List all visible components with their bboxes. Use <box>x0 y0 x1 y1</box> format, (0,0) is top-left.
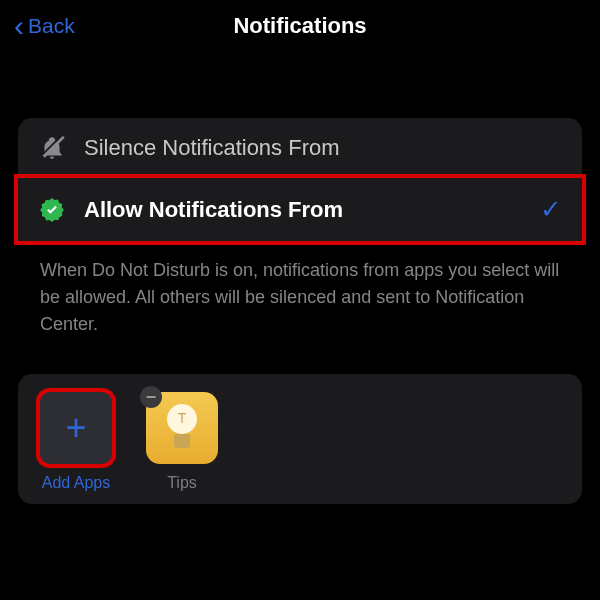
app-label-tips: Tips <box>167 474 197 492</box>
allow-label: Allow Notifications From <box>84 197 522 223</box>
add-apps-cell: + Add Apps <box>36 392 116 492</box>
lightbulb-icon: T <box>165 404 199 452</box>
add-apps-button[interactable]: + <box>36 388 116 468</box>
page-title: Notifications <box>233 13 366 39</box>
chevron-left-icon: ‹ <box>14 11 24 41</box>
navigation-header: ‹ Back Notifications <box>0 0 600 52</box>
content-area: Silence Notifications From Allow Notific… <box>0 118 600 504</box>
checkmark-icon: ✓ <box>540 194 562 225</box>
apps-card: + Add Apps − T Tips <box>18 374 582 504</box>
verified-badge-icon <box>38 196 66 224</box>
app-tile-tips[interactable]: − T <box>146 392 218 464</box>
option-description: When Do Not Disturb is on, notifications… <box>18 241 582 348</box>
notification-mode-card: Silence Notifications From Allow Notific… <box>18 118 582 245</box>
allow-option[interactable]: Allow Notifications From ✓ <box>14 174 586 245</box>
silence-option[interactable]: Silence Notifications From <box>18 118 582 178</box>
add-apps-label: Add Apps <box>42 474 111 492</box>
plus-icon: + <box>65 407 86 449</box>
bell-slash-icon <box>38 134 66 162</box>
back-label: Back <box>28 14 75 38</box>
back-button[interactable]: ‹ Back <box>14 11 75 41</box>
minus-icon: − <box>146 388 157 406</box>
remove-app-button[interactable]: − <box>140 386 162 408</box>
silence-label: Silence Notifications From <box>84 135 562 161</box>
app-item-tips: − T Tips <box>142 392 222 492</box>
